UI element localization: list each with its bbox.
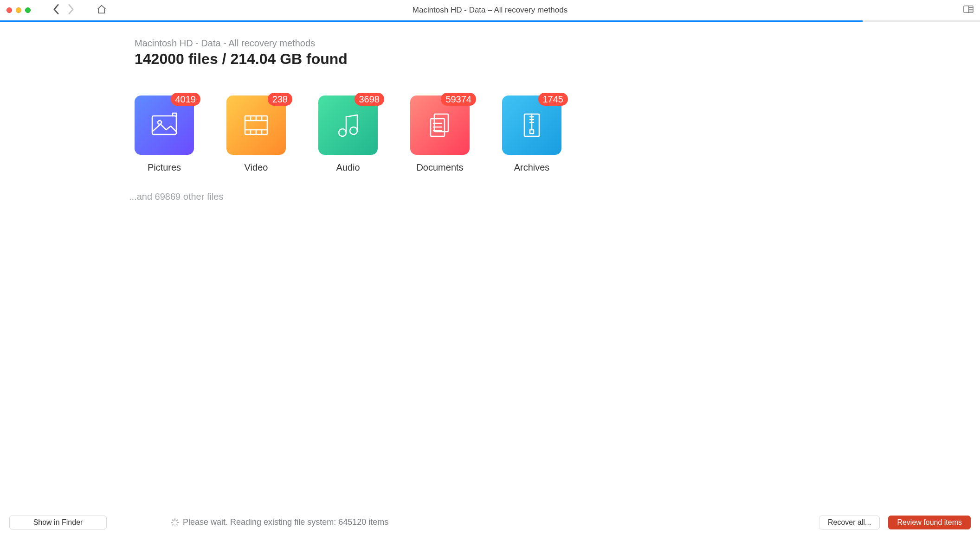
audio-icon <box>333 110 363 140</box>
category-archives-label: Archives <box>514 162 550 173</box>
other-files-line: ...and 69869 other files <box>129 191 561 202</box>
columns-icon <box>963 5 974 13</box>
results-headline: 142000 files / 214.04 GB found <box>135 51 561 68</box>
zoom-window-button[interactable] <box>25 7 31 13</box>
category-audio-badge: 3698 <box>355 93 385 106</box>
category-video[interactable]: 238 Video <box>226 96 286 173</box>
category-audio[interactable]: 3698 Audio <box>318 96 378 173</box>
category-documents-badge: 59374 <box>441 93 476 106</box>
view-toggle-button[interactable] <box>963 5 974 15</box>
home-button[interactable] <box>97 4 107 16</box>
category-archives-box: 1745 <box>502 96 561 155</box>
recover-all-label: Recover all... <box>828 518 871 527</box>
forward-button[interactable] <box>68 4 74 16</box>
svg-rect-5 <box>152 116 176 134</box>
show-in-finder-button[interactable]: Show in Finder <box>9 516 107 529</box>
video-icon <box>241 110 271 140</box>
status-line: Please wait. Reading existing file syste… <box>171 517 388 527</box>
category-audio-label: Audio <box>336 162 360 173</box>
category-documents-label: Documents <box>416 162 463 173</box>
back-button[interactable] <box>53 4 59 16</box>
svg-line-20 <box>346 115 357 117</box>
category-archives-badge: 1745 <box>538 93 568 106</box>
category-video-badge: 238 <box>268 93 292 106</box>
status-text: Please wait. Reading existing file syste… <box>183 517 388 527</box>
review-found-items-button[interactable]: Review found items <box>888 516 971 529</box>
main-content: Macintosh HD - Data - All recovery metho… <box>0 22 980 509</box>
minimize-window-button[interactable] <box>16 7 21 13</box>
chevron-left-icon <box>53 4 59 14</box>
window-controls <box>6 7 31 13</box>
recover-all-button[interactable]: Recover all... <box>819 516 880 529</box>
category-video-label: Video <box>245 162 268 173</box>
show-in-finder-label: Show in Finder <box>33 518 83 527</box>
window-title: Macintosh HD - Data – All recovery metho… <box>0 6 980 15</box>
svg-point-17 <box>350 127 357 134</box>
chevron-right-icon <box>68 4 74 14</box>
nav-arrows <box>53 4 74 16</box>
home-icon <box>97 4 107 14</box>
archive-icon <box>517 110 547 140</box>
breadcrumb: Macintosh HD - Data - All recovery metho… <box>135 38 561 49</box>
category-pictures[interactable]: 4019 Pictures <box>135 96 194 173</box>
titlebar: Macintosh HD - Data – All recovery metho… <box>0 0 980 20</box>
category-grid: 4019 Pictures 238 <box>135 96 561 173</box>
svg-point-16 <box>339 129 346 136</box>
category-pictures-label: Pictures <box>148 162 181 173</box>
category-archives[interactable]: 1745 Archives <box>502 96 561 173</box>
category-video-box: 238 <box>226 96 286 155</box>
close-window-button[interactable] <box>6 7 12 13</box>
svg-point-6 <box>158 121 161 124</box>
document-icon <box>425 110 455 140</box>
category-documents[interactable]: 59374 Documents <box>410 96 470 173</box>
category-documents-box: 59374 <box>410 96 470 155</box>
spinner-icon <box>171 518 179 527</box>
category-audio-box: 3698 <box>318 96 378 155</box>
review-found-items-label: Review found items <box>897 518 962 527</box>
image-icon <box>149 110 179 140</box>
footer-bar: Show in Finder Please wait. Reading exis… <box>0 509 980 535</box>
svg-rect-28 <box>530 130 534 134</box>
category-pictures-box: 4019 <box>135 96 194 155</box>
category-pictures-badge: 4019 <box>171 93 201 106</box>
